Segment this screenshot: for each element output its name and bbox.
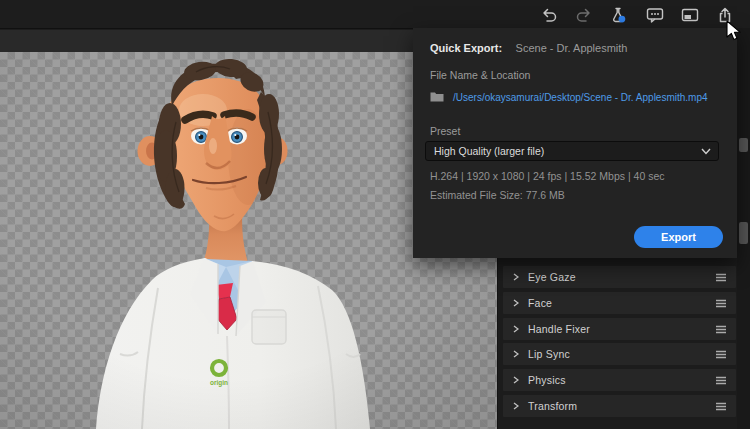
scrollbar-track[interactable] xyxy=(737,28,750,429)
export-file-path-link[interactable]: /Users/okaysamurai/Desktop/Scene - Dr. A… xyxy=(453,92,708,103)
hamburger-menu-icon[interactable] xyxy=(715,299,727,308)
property-row-physics[interactable]: Physics xyxy=(503,369,736,391)
scrollbar-thumb[interactable] xyxy=(739,222,748,244)
preset-dropdown[interactable]: High Quality (larger file) xyxy=(425,141,719,161)
export-specs-text: H.264 | 1920 x 1080 | 24 fps | 15.52 Mbp… xyxy=(430,170,664,182)
hamburger-menu-icon[interactable] xyxy=(715,402,727,411)
redo-icon[interactable] xyxy=(575,6,593,24)
file-name-location-label: File Name & Location xyxy=(430,69,530,81)
properties-panel: Eye Gaze Face Handle Fixer Lip Sync Phys… xyxy=(497,258,750,429)
scrollbar-thumb[interactable] xyxy=(739,138,748,152)
quick-export-header: Quick Export: Scene - Dr. Applesmith xyxy=(430,38,627,56)
app-window: origin Eye Gaze Face Handle Fixer Lip Sy… xyxy=(0,0,750,429)
property-row-lip-sync[interactable]: Lip Sync xyxy=(503,343,736,365)
chevron-right-icon[interactable] xyxy=(513,299,519,307)
property-label: Face xyxy=(528,297,552,309)
quick-export-title: Quick Export: xyxy=(430,42,502,54)
hamburger-menu-icon[interactable] xyxy=(715,273,727,282)
panel-layout-icon[interactable] xyxy=(681,6,699,24)
undo-icon[interactable] xyxy=(540,6,558,24)
chevron-right-icon[interactable] xyxy=(513,350,519,358)
property-row-handle-fixer[interactable]: Handle Fixer xyxy=(503,318,736,340)
chevron-right-icon[interactable] xyxy=(513,376,519,384)
property-label: Transform xyxy=(528,400,577,412)
experimental-flask-icon[interactable] xyxy=(609,6,627,24)
chevron-right-icon[interactable] xyxy=(513,273,519,281)
property-label: Physics xyxy=(528,374,566,386)
quick-export-panel: Quick Export: Scene - Dr. Applesmith Fil… xyxy=(413,28,737,258)
chevron-right-icon[interactable] xyxy=(513,402,519,410)
folder-icon[interactable] xyxy=(430,91,444,102)
chevron-right-icon[interactable] xyxy=(513,325,519,333)
estimated-file-size-text: Estimated File Size: 77.6 MB xyxy=(430,189,565,201)
top-toolbar xyxy=(0,0,750,29)
quick-export-scene-name: Scene - Dr. Applesmith xyxy=(516,42,628,54)
property-label: Eye Gaze xyxy=(528,271,576,283)
export-button[interactable]: Export xyxy=(634,226,723,248)
chevron-down-icon xyxy=(701,148,711,155)
badge-text: origin xyxy=(210,379,228,387)
property-row-eye-gaze[interactable]: Eye Gaze xyxy=(503,266,736,288)
notification-dot xyxy=(619,16,626,23)
preset-label: Preset xyxy=(430,125,460,137)
hamburger-menu-icon[interactable] xyxy=(715,325,727,334)
share-export-icon[interactable] xyxy=(716,6,734,24)
hamburger-menu-icon[interactable] xyxy=(715,350,727,359)
property-label: Lip Sync xyxy=(528,348,570,360)
coat-pocket xyxy=(252,310,286,344)
property-row-face[interactable]: Face xyxy=(503,292,736,314)
preset-selected-value: High Quality (larger file) xyxy=(434,145,544,157)
comments-icon[interactable] xyxy=(646,6,664,24)
property-label: Handle Fixer xyxy=(528,323,590,335)
hamburger-menu-icon[interactable] xyxy=(715,376,727,385)
property-row-transform[interactable]: Transform xyxy=(503,395,736,417)
